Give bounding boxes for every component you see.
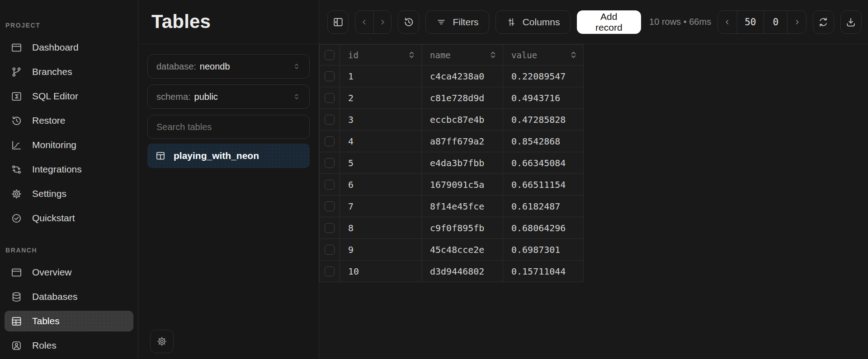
cell-id[interactable]: 2 xyxy=(340,87,422,109)
columns-button[interactable]: Columns xyxy=(495,10,571,34)
cell-value[interactable]: 0.66345084 xyxy=(503,152,584,174)
collapse-panel-button[interactable] xyxy=(327,10,349,34)
cell-value[interactable]: 0.66511154 xyxy=(503,174,584,196)
cell-value[interactable]: 0.8542868 xyxy=(503,131,584,152)
row-checkbox[interactable] xyxy=(325,266,335,276)
grid-row[interactable]: 9 45c48cce2e 0.6987301 xyxy=(320,239,584,261)
select-all-checkbox[interactable] xyxy=(325,50,335,60)
add-record-label: Add record xyxy=(588,11,630,33)
refresh-button[interactable] xyxy=(813,10,834,34)
row-checkbox-cell xyxy=(320,174,340,196)
search-tables-input[interactable] xyxy=(156,122,301,132)
cell-name[interactable]: a87ff679a2 xyxy=(422,131,503,152)
row-checkbox[interactable] xyxy=(325,71,335,81)
filters-button[interactable]: Filters xyxy=(425,10,489,34)
sidebar-item-branches[interactable]: Branches xyxy=(0,60,138,84)
row-checkbox-cell xyxy=(320,87,340,109)
page-size-value[interactable]: 50 xyxy=(737,11,764,33)
page-next-button[interactable] xyxy=(787,11,806,33)
download-button[interactable] xyxy=(840,10,862,34)
cell-name[interactable]: d3d9446802 xyxy=(422,261,503,282)
row-checkbox[interactable] xyxy=(325,115,335,125)
cell-value[interactable]: 0.47285828 xyxy=(503,109,584,131)
database-select-label: database: xyxy=(156,61,196,72)
cell-id[interactable]: 10 xyxy=(340,261,422,282)
schema-select[interactable]: schema: public xyxy=(147,84,310,109)
cell-id[interactable]: 1 xyxy=(340,65,422,87)
cell-name[interactable]: 8f14e45fce xyxy=(422,196,503,217)
sidebar-item-label: Quickstart xyxy=(32,213,75,224)
sort-icon[interactable] xyxy=(570,51,577,59)
table-icon xyxy=(155,150,166,161)
grid-row[interactable]: 8 c9f0f895fb 0.68064296 xyxy=(320,217,584,239)
sidebar-item-quickstart[interactable]: Quickstart xyxy=(0,206,138,230)
row-checkbox[interactable] xyxy=(325,245,335,255)
cell-value[interactable]: 0.68064296 xyxy=(503,217,584,239)
row-checkbox[interactable] xyxy=(325,180,335,190)
grid-row[interactable]: 2 c81e728d9d 0.4943716 xyxy=(320,87,584,109)
cell-name[interactable]: 1679091c5a xyxy=(422,174,503,196)
sidebar-item-tables[interactable]: Tables xyxy=(5,311,133,331)
sort-icon[interactable] xyxy=(408,51,415,59)
grid-row[interactable]: 5 e4da3b7fbb 0.66345084 xyxy=(320,152,584,174)
sidebar-item-settings[interactable]: Settings xyxy=(0,182,138,206)
table-list-item-selected[interactable]: playing_with_neon xyxy=(147,144,310,168)
chart-icon xyxy=(10,139,23,151)
window-icon xyxy=(10,266,23,279)
column-header-name[interactable]: name xyxy=(422,45,503,65)
cell-name[interactable]: eccbc87e4b xyxy=(422,109,503,131)
sidebar-item-roles[interactable]: Roles xyxy=(0,333,138,358)
sidebar-item-monitoring[interactable]: Monitoring xyxy=(0,133,138,157)
row-checkbox-cell xyxy=(320,217,340,239)
sort-icon[interactable] xyxy=(489,51,497,59)
query-history-button[interactable] xyxy=(398,10,419,34)
cell-id[interactable]: 9 xyxy=(340,239,422,261)
sidebar-item-sql-editor[interactable]: SQL Editor xyxy=(0,84,138,108)
cell-id[interactable]: 4 xyxy=(340,131,422,152)
cell-name[interactable]: c4ca4238a0 xyxy=(422,65,503,87)
row-checkbox[interactable] xyxy=(325,136,335,146)
nav-back-button[interactable] xyxy=(355,11,373,33)
cell-name[interactable]: e4da3b7fbb xyxy=(422,152,503,174)
column-header-id[interactable]: id xyxy=(340,45,422,65)
git-branch-icon xyxy=(10,66,23,78)
add-record-button[interactable]: Add record xyxy=(577,10,642,34)
cell-id[interactable]: 7 xyxy=(340,196,422,217)
nav-forward-button[interactable] xyxy=(373,11,392,33)
sidebar-item-overview[interactable]: Overview xyxy=(0,260,138,284)
column-header-value[interactable]: value xyxy=(503,45,584,65)
grid-row[interactable]: 1 c4ca4238a0 0.22089547 xyxy=(320,65,584,87)
database-select[interactable]: database: neondb xyxy=(147,54,310,79)
grid-row[interactable]: 3 eccbc87e4b 0.47285828 xyxy=(320,109,584,131)
cell-value[interactable]: 0.15711044 xyxy=(503,261,584,282)
grid-row[interactable]: 10 d3d9446802 0.15711044 xyxy=(320,261,584,282)
cell-name[interactable]: 45c48cce2e xyxy=(422,239,503,261)
cell-id[interactable]: 5 xyxy=(340,152,422,174)
rows-status-text: 10 rows • 66ms xyxy=(649,17,711,27)
grid-row[interactable]: 6 1679091c5a 0.66511154 xyxy=(320,174,584,196)
sidebar-item-restore[interactable]: Restore xyxy=(0,108,138,133)
sidebar-item-databases[interactable]: Databases xyxy=(0,284,138,309)
sidebar-item-dashboard[interactable]: Dashboard xyxy=(0,35,138,60)
cell-id[interactable]: 6 xyxy=(340,174,422,196)
panel-settings-button[interactable] xyxy=(150,330,174,353)
row-checkbox[interactable] xyxy=(325,93,335,103)
cell-value[interactable]: 0.6182487 xyxy=(503,196,584,217)
cell-value[interactable]: 0.6987301 xyxy=(503,239,584,261)
row-checkbox[interactable] xyxy=(325,201,335,211)
sidebar-item-integrations[interactable]: Integrations xyxy=(0,157,138,182)
grid-row[interactable]: 4 a87ff679a2 0.8542868 xyxy=(320,131,584,152)
cell-id[interactable]: 8 xyxy=(340,217,422,239)
page-offset-value[interactable]: 0 xyxy=(764,11,787,33)
cell-id[interactable]: 3 xyxy=(340,109,422,131)
row-checkbox[interactable] xyxy=(325,223,335,233)
cell-name[interactable]: c81e728d9d xyxy=(422,87,503,109)
sidebar-item-label: Overview xyxy=(32,267,72,278)
row-checkbox[interactable] xyxy=(325,158,335,168)
grid-row[interactable]: 7 8f14e45fce 0.6182487 xyxy=(320,196,584,217)
cell-value[interactable]: 0.22089547 xyxy=(503,65,584,87)
cell-value[interactable]: 0.4943716 xyxy=(503,87,584,109)
cell-name[interactable]: c9f0f895fb xyxy=(422,217,503,239)
page-prev-button[interactable] xyxy=(718,11,736,33)
row-checkbox-cell xyxy=(320,261,340,282)
